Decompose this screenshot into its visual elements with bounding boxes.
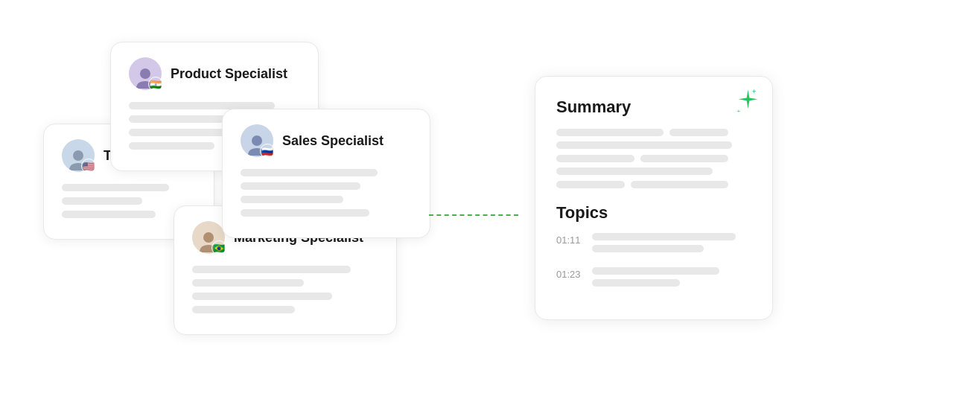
sales-header: 🇷🇺 Sales Specialist (241, 124, 412, 157)
svg-text:+: + (737, 108, 740, 115)
topic-2-lines (592, 267, 751, 293)
topic-row-1: 01:11 (556, 233, 751, 258)
summary-panel: + + Summary Topics 01:11 (535, 76, 773, 320)
skeleton (62, 197, 142, 205)
svg-point-0 (73, 150, 83, 161)
summary-title: Summary (556, 98, 751, 117)
topic-1-lines (592, 233, 751, 258)
topic-row-2: 01:23 (556, 267, 751, 293)
sales-avatar: 🇷🇺 (241, 124, 273, 157)
product-title: Product Specialist (171, 66, 287, 82)
connector-line (429, 214, 518, 216)
marketing-flag: 🇧🇷 (211, 240, 226, 255)
sparkle-icon: + + (728, 86, 760, 118)
skeleton (192, 293, 332, 300)
skeleton (241, 169, 378, 176)
skeleton (129, 142, 214, 150)
product-flag: 🇮🇳 (148, 77, 163, 92)
svg-text:+: + (752, 88, 756, 95)
skeleton (62, 211, 156, 218)
skeleton (241, 182, 360, 190)
topic-2-time: 01:23 (556, 269, 583, 280)
product-avatar: 🇮🇳 (129, 57, 162, 90)
sales-specialist-card[interactable]: 🇷🇺 Sales Specialist (222, 109, 430, 238)
skeleton (241, 209, 369, 217)
svg-point-3 (203, 232, 214, 243)
topics-title: Topics (556, 203, 751, 223)
team-lead-flag: 🇺🇸 (81, 159, 96, 173)
team-lead-avatar: 🇺🇸 (62, 139, 95, 172)
marketing-avatar: 🇧🇷 (192, 221, 225, 254)
product-header: 🇮🇳 Product Specialist (129, 57, 300, 90)
skeleton (62, 184, 169, 191)
scene: 🇺🇸 Team Lead 🇮🇳 (43, 19, 937, 377)
skeleton (192, 306, 295, 313)
skeleton (192, 279, 304, 287)
skeleton (192, 266, 351, 273)
cards-area: 🇺🇸 Team Lead 🇮🇳 (43, 27, 505, 369)
skeleton (241, 196, 343, 203)
svg-point-1 (140, 68, 150, 79)
svg-point-2 (252, 135, 262, 146)
sales-flag: 🇷🇺 (260, 144, 275, 159)
topic-1-time: 01:11 (556, 234, 583, 246)
summary-skeletons (556, 129, 751, 188)
sales-title: Sales Specialist (282, 133, 384, 149)
